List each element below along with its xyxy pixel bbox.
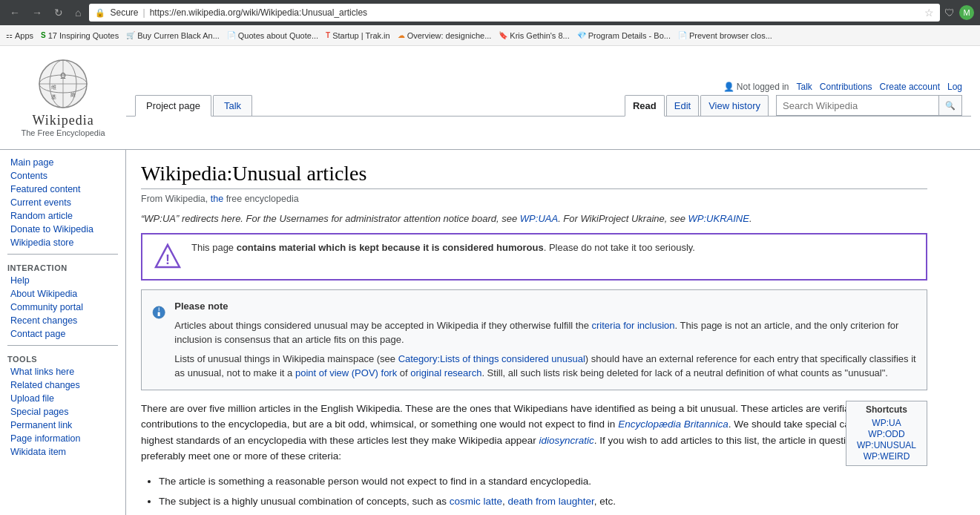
- shortcut-wp-unusual[interactable]: WP:UNUSUAL: [852, 440, 921, 450]
- wiki-title: Wikipedia: [32, 113, 93, 128]
- forward-button[interactable]: →: [28, 5, 46, 20]
- user-icon: 👤: [723, 82, 734, 92]
- log-link[interactable]: Log: [947, 82, 962, 92]
- britannica-link[interactable]: Encyclopædia Britannica: [618, 419, 729, 430]
- wiki-logo[interactable]: Ω 维 維 基 Wikipedia The Free Encyclopedia: [0, 52, 126, 143]
- wiki-tabs: Project page Talk Read Edit View history…: [126, 95, 971, 117]
- note-box: i Please note Articles about things cons…: [141, 289, 927, 390]
- category-lists-link[interactable]: Category:Lists of things considered unus…: [398, 353, 585, 364]
- sidebar-item-main-page[interactable]: Main page: [0, 156, 125, 169]
- wp-uaa-link[interactable]: WP:UAA: [520, 213, 558, 224]
- svg-rect-13: [158, 312, 160, 316]
- bookmark-icon-3: 📄: [227, 31, 236, 39]
- bookmark-label-8: Prevent browser clos...: [689, 31, 772, 40]
- talk-link[interactable]: Talk: [797, 82, 812, 92]
- refresh-button[interactable]: ↻: [50, 5, 67, 20]
- warning-box: ! This page contains material which is k…: [141, 233, 927, 281]
- back-button[interactable]: ←: [6, 5, 24, 20]
- sidebar-item-related-changes[interactable]: Related changes: [0, 378, 125, 392]
- create-account-link[interactable]: Create account: [880, 82, 940, 92]
- sidebar-item-featured-content[interactable]: Featured content: [0, 183, 125, 196]
- tab-read[interactable]: Read: [625, 95, 665, 117]
- tab-view-history[interactable]: View history: [700, 95, 769, 116]
- svg-text:!: !: [165, 252, 170, 267]
- sidebar-divider-1: [7, 254, 118, 255]
- death-from-laughter-link[interactable]: death from laughter: [508, 496, 594, 507]
- tab-project-page[interactable]: Project page: [135, 95, 211, 117]
- bookmark-star-icon[interactable]: ☆: [924, 7, 934, 19]
- sidebar-item-community-portal[interactable]: Community portal: [0, 301, 125, 314]
- interaction-header: Interaction: [0, 259, 125, 274]
- cosmic-latte-link[interactable]: cosmic latte: [450, 496, 502, 507]
- bookmark-5[interactable]: ☁ Overview: designiche...: [398, 31, 492, 40]
- bookmark-3[interactable]: 📄 Quotes about Quote...: [227, 31, 318, 40]
- secure-label: Secure: [110, 7, 138, 18]
- free-encyclopedia-link[interactable]: the: [211, 194, 223, 204]
- bookmark-8[interactable]: 📄 Prevent browser clos...: [678, 31, 772, 40]
- address-bar[interactable]: 🔒 Secure | https://en.wikipedia.org/wiki…: [89, 4, 940, 22]
- user-avatar[interactable]: M: [959, 5, 974, 20]
- tab-edit[interactable]: Edit: [666, 95, 699, 116]
- bookmark-1[interactable]: S 17 Inspiring Quotes: [41, 31, 119, 40]
- pov-fork-link[interactable]: point of view (POV) fork: [295, 367, 397, 378]
- content-wrapper: Shortcuts WP:UA WP:ODD WP:UNUSUAL WP:WEI…: [141, 401, 927, 516]
- sidebar-item-current-events[interactable]: Current events: [0, 196, 125, 209]
- bookmark-icon-7: 💎: [577, 31, 586, 39]
- sidebar-item-upload-file[interactable]: Upload file: [0, 392, 125, 405]
- bookmark-apps[interactable]: ⚏ Apps: [6, 31, 33, 40]
- sidebar-item-contact-page[interactable]: Contact page: [0, 327, 125, 341]
- note-paragraph-1: Articles about things considered unusual…: [174, 318, 916, 347]
- not-logged-in-status: 👤 Not logged in: [723, 82, 789, 92]
- criteria-link[interactable]: criteria for inclusion: [592, 320, 675, 331]
- bookmarks-bar: ⚏ Apps S 17 Inspiring Quotes 🛒 Buy Curre…: [0, 25, 980, 46]
- search-button[interactable]: 🔍: [939, 95, 962, 116]
- sidebar-item-permanent-link[interactable]: Permanent link: [0, 419, 125, 432]
- sidebar-item-what-links-here[interactable]: What links here: [0, 365, 125, 378]
- bookmark-label-2: Buy Curren Black An...: [137, 31, 220, 40]
- bookmark-6[interactable]: 🔖 Kris Gethin's 8...: [499, 31, 569, 40]
- url-display: https://en.wikipedia.org/wiki/Wikipedia:…: [150, 7, 367, 18]
- sidebar-item-store[interactable]: Wikipedia store: [0, 236, 125, 249]
- bookmark-label-4: Startup | Trak.in: [332, 31, 389, 40]
- wp-ukraine-link[interactable]: WP:UKRAINE: [688, 213, 749, 224]
- sidebar-item-about[interactable]: About Wikipedia: [0, 287, 125, 301]
- wiki-subtitle: The Free Encyclopedia: [21, 128, 105, 137]
- home-button[interactable]: ⌂: [71, 5, 85, 20]
- search-box: 🔍: [776, 95, 962, 116]
- bookmark-4[interactable]: T Startup | Trak.in: [326, 31, 390, 40]
- sidebar-item-wikidata[interactable]: Wikidata item: [0, 445, 125, 459]
- apps-icon: ⚏: [6, 31, 13, 39]
- browser-chrome: ← → ↻ ⌂ 🔒 Secure | https://en.wikipedia.…: [0, 0, 980, 25]
- original-research-link[interactable]: original research: [410, 367, 481, 378]
- bookmark-7[interactable]: 💎 Program Details - Bo...: [577, 31, 671, 40]
- shortcuts-title: Shortcuts: [852, 404, 921, 415]
- sidebar-item-random-article[interactable]: Random article: [0, 209, 125, 223]
- shield-icon[interactable]: 🛡: [944, 7, 955, 19]
- shortcut-wp-odd[interactable]: WP:ODD: [852, 429, 921, 439]
- sidebar-item-page-info[interactable]: Page information: [0, 432, 125, 445]
- note-paragraph-2: Lists of unusual things in Wikipedia mai…: [174, 352, 916, 381]
- shortcut-wp-ua[interactable]: WP:UA: [852, 418, 921, 428]
- search-input[interactable]: [776, 95, 939, 116]
- sidebar-item-special-pages[interactable]: Special pages: [0, 405, 125, 419]
- tab-talk[interactable]: Talk: [213, 95, 252, 116]
- sidebar-item-help[interactable]: Help: [0, 274, 125, 287]
- tab-group-left: Project page Talk: [135, 95, 254, 116]
- tools-header: Tools: [0, 350, 125, 365]
- sidebar-item-contents[interactable]: Contents: [0, 169, 125, 183]
- wiki-header: Ω 维 維 基 Wikipedia The Free Encyclopedia …: [0, 46, 980, 150]
- contributions-link[interactable]: Contributions: [820, 82, 872, 92]
- bookmark-2[interactable]: 🛒 Buy Curren Black An...: [126, 31, 220, 40]
- svg-text:i: i: [158, 306, 160, 312]
- sidebar-item-donate[interactable]: Donate to Wikipedia: [0, 223, 125, 236]
- svg-text:維: 維: [70, 92, 76, 97]
- shortcut-wp-weird[interactable]: WP:WEIRD: [852, 451, 921, 462]
- bookmark-label-7: Program Details - Bo...: [588, 31, 671, 40]
- warning-triangle-icon: !: [153, 242, 182, 272]
- bookmark-label: Apps: [15, 31, 33, 40]
- wiki-main: Main page Contents Featured content Curr…: [0, 150, 980, 515]
- idiosyncratic-link[interactable]: idiosyncratic: [539, 435, 594, 446]
- tab-group-right: Read Edit View history 🔍: [625, 95, 962, 116]
- sidebar-item-recent-changes[interactable]: Recent changes: [0, 314, 125, 327]
- redirect-notice: “WP:UA” redirects here. For the Username…: [141, 213, 927, 224]
